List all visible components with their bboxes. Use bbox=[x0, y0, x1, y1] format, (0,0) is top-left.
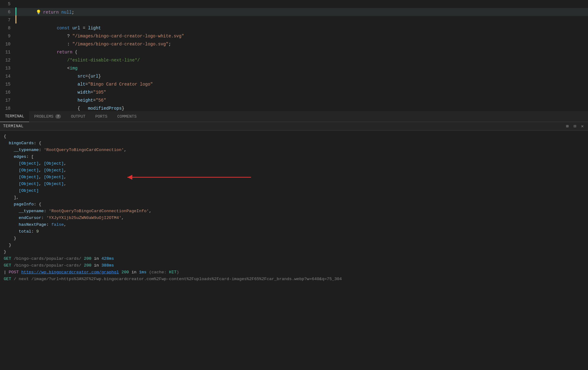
line-number-5: 5 bbox=[0, 2, 15, 6]
terminal-line-post1: | POST https://wp.bingocardcreator.com/g… bbox=[4, 269, 584, 276]
terminal-line-get2: GET /bingo-cards/popular-cards/ 200 in 3… bbox=[4, 262, 584, 269]
tab-problems-label: PROBLEMS bbox=[34, 114, 53, 119]
terminal-line-close-outer: } bbox=[4, 249, 584, 255]
code-line-18: 18 { modifiedProps} bbox=[0, 104, 588, 111]
line-number-12: 12 bbox=[0, 58, 15, 63]
terminal-line-total: total: 9 bbox=[4, 228, 584, 235]
tab-ports-label: PORTS bbox=[95, 114, 107, 119]
panel-controls: ⊞ ⊟ ✕ bbox=[565, 123, 585, 129]
tab-comments[interactable]: COMMENTS bbox=[112, 111, 141, 122]
line-number-11: 11 bbox=[0, 50, 15, 55]
terminal-line-bingo-cards-open: bingoCards: { bbox=[4, 140, 584, 147]
terminal-line-objects-4: [Object], [Object], bbox=[4, 181, 584, 187]
terminal-line-objects-3: [Object], [Object], bbox=[4, 174, 584, 181]
terminal-line-objects-2: [Object], [Object], bbox=[4, 167, 584, 174]
terminal-line-edges-close: ], bbox=[4, 194, 584, 201]
panel-title: TERMINAL bbox=[3, 124, 23, 128]
terminal-output[interactable]: { bingoCards: { __typename: 'RootQueryTo… bbox=[0, 131, 588, 370]
new-terminal-icon[interactable]: ⊞ bbox=[565, 123, 570, 129]
lightbulb-icon[interactable]: 💡 bbox=[36, 10, 41, 15]
terminal-line-end-cursor: endCursor: 'YXJyYXljb25uZWN0aW9uOjI2OTM4… bbox=[4, 215, 584, 221]
line-indicator-7 bbox=[15, 15, 18, 25]
line-number-17: 17 bbox=[0, 98, 15, 103]
terminal-line-edges-open: edges: [ bbox=[4, 153, 584, 160]
line-number-9: 9 bbox=[0, 34, 15, 39]
line-number-7: 7 bbox=[0, 18, 15, 23]
terminal-line-object-5: [Object] bbox=[4, 187, 584, 194]
line-number-6: 6 bbox=[0, 10, 15, 15]
panel-tabs: TERMINAL PROBLEMS 7 OUTPUT PORTS COMMENT… bbox=[0, 111, 588, 122]
terminal-line-open-brace: { bbox=[4, 133, 584, 140]
terminal-line-pageinfo-open: pageInfo: { bbox=[4, 201, 584, 208]
tab-terminal-label: TERMINAL bbox=[5, 114, 24, 119]
tab-output-label: OUTPUT bbox=[71, 114, 85, 119]
terminal-line-pageinfo-close: } bbox=[4, 235, 584, 242]
tab-ports[interactable]: PORTS bbox=[90, 111, 112, 122]
split-terminal-icon[interactable]: ⊟ bbox=[572, 123, 577, 129]
code-content-18: { modifiedProps} bbox=[18, 101, 588, 111]
problems-badge: 7 bbox=[55, 114, 61, 119]
terminal-line-objects-1: [Object], [Object], bbox=[4, 160, 584, 167]
tab-problems[interactable]: PROBLEMS 7 bbox=[29, 111, 66, 122]
line-number-10: 10 bbox=[0, 42, 15, 47]
code-line-6: 6 💡return null; bbox=[0, 8, 588, 16]
line-number-16: 16 bbox=[0, 90, 15, 95]
close-panel-icon[interactable]: ✕ bbox=[580, 123, 585, 129]
code-editor: 5 6 💡return null; 7 8 const url = light … bbox=[0, 0, 588, 111]
arrow-area: [Object], [Object], bbox=[4, 160, 584, 167]
panel-header: TERMINAL ⊞ ⊟ ✕ bbox=[0, 122, 588, 131]
code-content-6: 💡return null; bbox=[18, 5, 588, 20]
line-number-15: 15 bbox=[0, 82, 15, 87]
line-number-13: 13 bbox=[0, 66, 15, 71]
terminal-line-typename-pageinfo: __typename: 'RootQueryToBingoCardConnect… bbox=[4, 208, 584, 215]
terminal-line-get3: GET / next /image/?url=https%3A%2F%2Fwp.… bbox=[4, 276, 584, 283]
line-number-14: 14 bbox=[0, 74, 15, 79]
terminal-line-has-next: hasNextPage: false, bbox=[4, 221, 584, 228]
line-number-18: 18 bbox=[0, 106, 15, 111]
line-number-8: 8 bbox=[0, 26, 15, 31]
terminal-line-typename-bingo: __typename: 'RootQueryToBingoCardConnect… bbox=[4, 147, 584, 153]
terminal-line-get1: GET /bingo-cards/popular-cards/ 200 in 4… bbox=[4, 255, 584, 262]
tab-terminal[interactable]: TERMINAL bbox=[0, 111, 29, 122]
tab-comments-label: COMMENTS bbox=[117, 114, 136, 119]
tab-output[interactable]: OUTPUT bbox=[66, 111, 90, 122]
terminal-line-close-inner: } bbox=[4, 242, 584, 249]
